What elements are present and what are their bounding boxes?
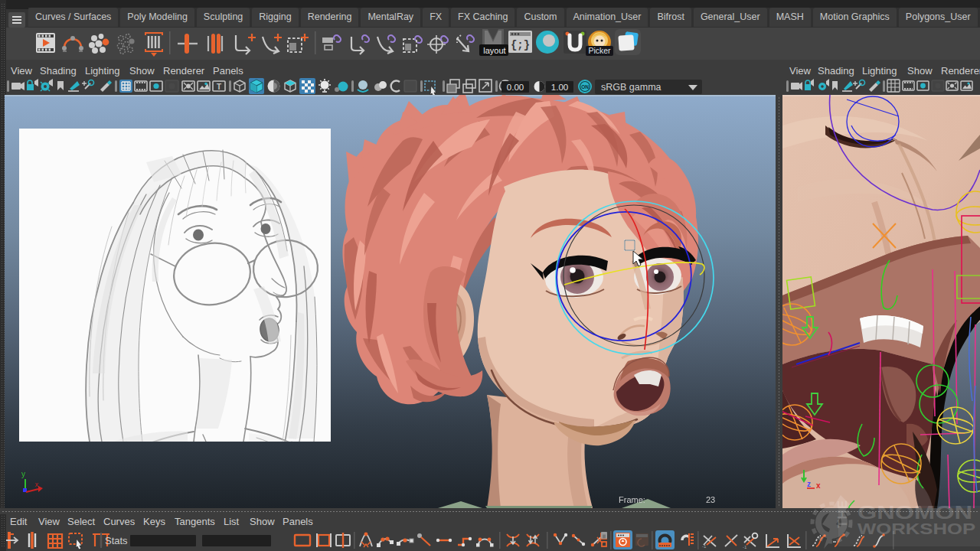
svg-text:x: x <box>816 481 821 490</box>
svg-text:z: z <box>807 480 811 488</box>
svg-text:T: T <box>217 83 221 91</box>
svg-text:{;}: {;} <box>511 39 530 51</box>
svg-text:sRGB gamma: sRGB gamma <box>601 82 662 93</box>
svg-text:Stats: Stats <box>105 535 128 546</box>
svg-text:x: x <box>35 481 39 488</box>
svg-text:Frame:: Frame: <box>619 495 645 504</box>
svg-text:Picker: Picker <box>588 46 611 55</box>
svg-text:23: 23 <box>706 495 715 504</box>
svg-text:y: y <box>21 470 25 478</box>
svg-text:ON: ON <box>581 84 589 90</box>
svg-text:THE: THE <box>835 500 850 528</box>
svg-text:layout: layout <box>483 46 505 55</box>
svg-text:-1: -1 <box>743 545 747 549</box>
svg-text:1.00: 1.00 <box>551 83 568 92</box>
svg-text:0.00: 0.00 <box>507 83 524 92</box>
svg-text:-1: -1 <box>702 544 707 549</box>
svg-text:WORKSHOP: WORKSHOP <box>858 520 975 537</box>
